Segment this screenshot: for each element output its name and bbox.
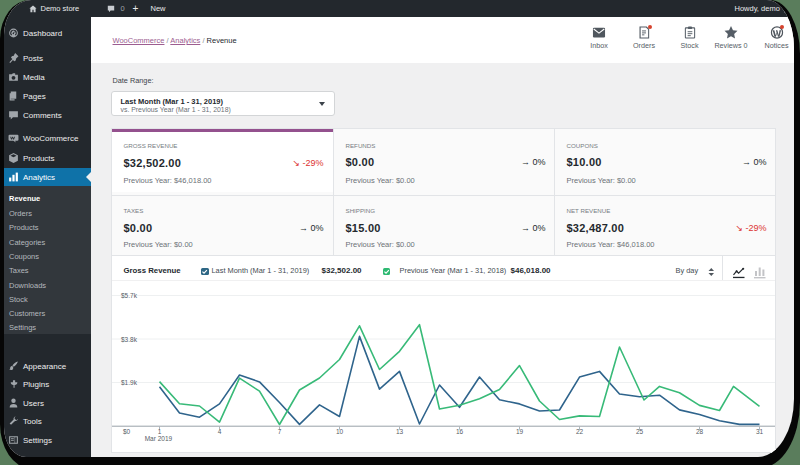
svg-text:10: 10 [335,428,343,435]
svg-text:22: 22 [575,428,583,435]
svg-text:31: 31 [755,428,763,435]
svg-text:1: 1 [157,428,161,435]
svg-text:16: 16 [455,428,463,435]
svg-text:$0: $0 [123,428,131,435]
svg-text:7: 7 [277,428,281,435]
svg-text:$5.7k: $5.7k [121,292,138,299]
svg-text:25: 25 [635,428,643,435]
svg-text:$3.8k: $3.8k [121,336,138,343]
svg-text:28: 28 [695,428,703,435]
svg-text:13: 13 [395,428,403,435]
svg-text:$1.9k: $1.9k [121,379,138,386]
svg-text:4: 4 [217,428,221,435]
svg-text:19: 19 [515,428,523,435]
svg-text:Mar 2019: Mar 2019 [144,435,172,442]
